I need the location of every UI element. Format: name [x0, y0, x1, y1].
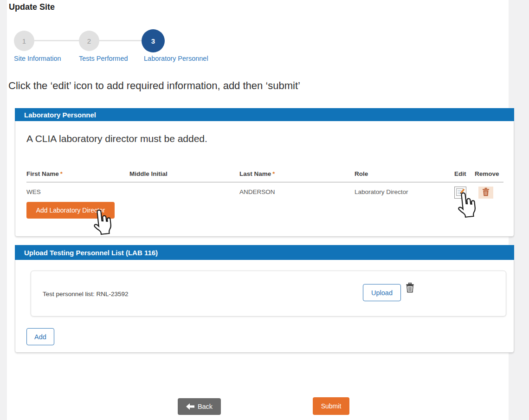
column-header-label: First Name [26, 170, 59, 177]
page-title: Update Site [9, 2, 55, 12]
cell-remove [475, 188, 503, 199]
laboratory-personnel-panel-header: Laboratory Personnel [15, 108, 514, 121]
page-content: Update Site 1 2 3 Site Information Tests… [7, 0, 509, 420]
uploaded-file-card: Test personnel list: RNL-23592 Upload [31, 271, 506, 317]
personnel-table: First Name* Middle Initial Last Name* Ro… [26, 170, 503, 199]
trash-icon [482, 187, 490, 198]
required-marker: * [272, 170, 275, 177]
step-label-site-information[interactable]: Site Information [14, 55, 61, 62]
uploaded-file-label: Test personnel list: RNL-23592 [43, 291, 129, 297]
step-circle-1[interactable]: 1 [14, 31, 34, 51]
column-header-middle-initial: Middle Initial [129, 170, 239, 177]
cell-role: Laboratory Director [355, 188, 454, 195]
edit-person-button[interactable] [454, 187, 466, 199]
column-header-last-name: Last Name* [239, 170, 355, 177]
column-header-remove: Remove [475, 170, 503, 177]
upload-panel-header: Upload Testing Personnel List (LAB 116) [15, 245, 514, 260]
upload-button[interactable]: Upload [363, 284, 401, 301]
submit-button[interactable]: Submit [313, 397, 349, 415]
delete-upload-button[interactable] [406, 283, 414, 295]
personnel-table-header-row: First Name* Middle Initial Last Name* Ro… [26, 170, 503, 182]
laboratory-personnel-panel-body: A CLIA laboratory director must be added… [15, 121, 514, 237]
trash-outline-icon [406, 286, 414, 294]
laboratory-personnel-panel: Laboratory Personnel A CLIA laboratory d… [15, 108, 514, 237]
add-upload-button[interactable]: Add [26, 328, 54, 345]
back-arrow-icon [186, 403, 194, 410]
personnel-table-row: WES ANDERSON Laboratory Director [26, 182, 503, 199]
cell-first-name: WES [26, 188, 129, 195]
stepper-connector [34, 40, 80, 41]
upload-testing-personnel-panel: Upload Testing Personnel List (LAB 116) … [15, 245, 514, 353]
upload-panel-body: Test personnel list: RNL-23592 Upload [15, 260, 514, 353]
step-circle-2[interactable]: 2 [79, 31, 99, 51]
back-button-label: Back [198, 403, 213, 410]
step-circle-3[interactable]: 3 [142, 29, 165, 52]
stepper-connector [99, 40, 142, 41]
add-laboratory-director-button[interactable]: Add Laboratory Director [26, 202, 115, 219]
column-header-edit: Edit [454, 170, 475, 177]
back-button[interactable]: Back [178, 398, 221, 415]
column-header-role: Role [355, 170, 454, 177]
column-header-label: Last Name [239, 170, 271, 177]
step-label-laboratory-personnel[interactable]: Laboratory Personnel [144, 55, 208, 62]
edit-pencil-icon [456, 187, 465, 198]
required-marker: * [60, 170, 63, 177]
remove-person-button[interactable] [478, 187, 493, 199]
instruction-text: Click the ‘edit’ icon to add required in… [8, 80, 300, 92]
step-label-tests-performed[interactable]: Tests Performed [79, 55, 128, 62]
director-required-notice: A CLIA laboratory director must be added… [26, 133, 207, 144]
column-header-first-name: First Name* [26, 170, 129, 177]
cell-edit [454, 188, 475, 199]
cell-last-name: ANDERSON [239, 188, 355, 195]
